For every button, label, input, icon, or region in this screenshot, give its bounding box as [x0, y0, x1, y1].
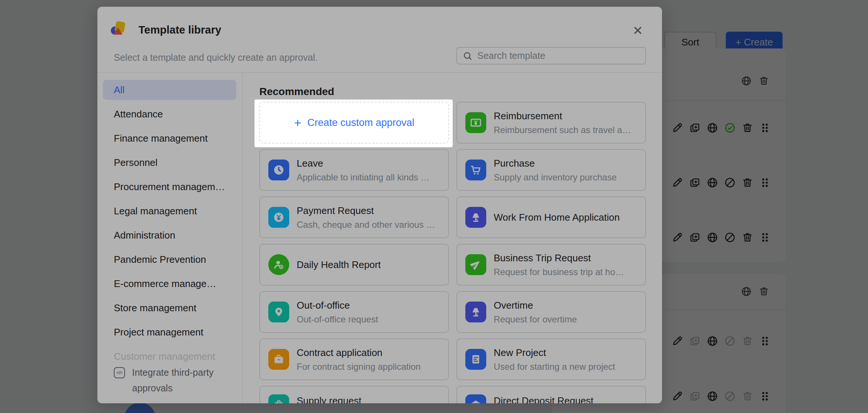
document-icon: [465, 349, 486, 370]
template-desc: Supply and inventory purchase: [494, 171, 617, 183]
sidebar-item-ecommerce[interactable]: E-commerce manage…: [103, 274, 236, 294]
template-desc: Cash, cheque and other various …: [297, 219, 435, 231]
close-icon[interactable]: ✕: [629, 22, 647, 40]
template-title: Business Trip Request: [494, 252, 624, 264]
template-desc: Request for business trip at ho…: [494, 266, 624, 278]
template-card-leave[interactable]: Leave Applicable to initiating all kinds…: [259, 149, 449, 191]
template-desc: Reimbursement such as travel a…: [494, 124, 631, 136]
template-title: Purchase: [494, 157, 617, 170]
template-desc: Out-of-office request: [297, 313, 378, 325]
person-check-icon: [268, 254, 289, 275]
template-desc: Request for overtime: [494, 313, 577, 325]
sidebar-divider: [242, 73, 243, 403]
bank-icon: [465, 394, 486, 403]
template-card-out-of-office[interactable]: Out-of-office Out-of-office request: [259, 291, 449, 333]
header-divider: [97, 72, 662, 73]
location-pin-icon: [268, 302, 289, 322]
template-card-reimbursement[interactable]: Reimbursement Reimbursement such as trav…: [456, 102, 646, 144]
template-title: Work From Home Application: [494, 211, 620, 224]
template-card-work-from-home[interactable]: Work From Home Application: [456, 196, 646, 238]
template-title: Reimbursement: [494, 110, 631, 122]
template-card-overtime[interactable]: Overtime Request for overtime: [456, 291, 646, 333]
sidebar-item-customer[interactable]: Customer management: [103, 346, 236, 366]
modal-title: Template library: [138, 24, 221, 36]
template-title: Leave: [297, 157, 430, 170]
yen-circle-icon: [268, 207, 289, 228]
cart-icon: [465, 160, 486, 180]
template-card-direct-deposit[interactable]: Direct Deposit Request: [456, 386, 646, 403]
search-box: [456, 47, 646, 64]
plus-icon: +: [294, 116, 302, 129]
sidebar-item-legal[interactable]: Legal management: [103, 201, 236, 221]
template-card-daily-health-report[interactable]: Daily Health Report: [259, 244, 449, 286]
approval-logo-icon: [111, 22, 128, 39]
template-card-contract[interactable]: Contract application For contract signin…: [259, 338, 449, 380]
template-title: Supply request: [297, 394, 361, 403]
sidebar-item-project[interactable]: Project management: [103, 322, 236, 342]
template-title: Direct Deposit Request: [494, 394, 593, 403]
sidebar-item-attendance[interactable]: Attendance: [103, 104, 236, 124]
template-desc: Applicable to initiating all kinds …: [297, 171, 430, 183]
template-grid: + Create custom approval Reimbursement R…: [259, 102, 646, 403]
sidebar-item-finance[interactable]: Finance management: [103, 128, 236, 148]
template-desc: Used for starting a new project: [494, 361, 615, 373]
create-custom-label: Create custom approval: [307, 117, 415, 129]
banknote-yen-icon: [465, 112, 486, 133]
search-input[interactable]: [457, 48, 645, 64]
template-title: Contract application: [297, 346, 421, 359]
sidebar-item-all[interactable]: All: [103, 80, 236, 100]
template-title: Overtime: [494, 299, 577, 312]
code-brackets-icon: </>: [114, 367, 125, 378]
modal-subtitle: Select a template and quickly create an …: [114, 52, 318, 63]
sidebar-item-personnel[interactable]: Personnel: [103, 152, 236, 173]
clock-icon: [268, 160, 289, 180]
template-title: Daily Health Report: [297, 258, 381, 271]
template-card-business-trip[interactable]: Business Trip Request Request for busine…: [456, 244, 646, 286]
lamp-icon: [465, 207, 486, 228]
sidebar-item-store[interactable]: Store management: [103, 298, 236, 318]
template-library-modal: Template library ✕ Select a template and…: [97, 7, 662, 403]
integrate-third-party-link[interactable]: </> Integrate third-party approvals: [114, 365, 232, 396]
sidebar-item-procurement[interactable]: Procurement managem…: [103, 177, 236, 197]
template-card-purchase[interactable]: Purchase Supply and inventory purchase: [456, 149, 646, 191]
section-title: Recommended: [259, 86, 334, 98]
category-sidebar: All Attendance Finance management Person…: [103, 80, 236, 371]
template-card-payment-request[interactable]: Payment Request Cash, cheque and other v…: [259, 196, 449, 238]
sidebar-item-pandemic[interactable]: Pandemic Prevention: [103, 249, 236, 269]
integrate-link-label: Integrate third-party approvals: [132, 365, 232, 396]
template-card-supply-request[interactable]: Supply request: [259, 386, 449, 403]
briefcase-icon: [268, 349, 289, 370]
template-title: Out-of-office: [297, 299, 378, 312]
briefcase-icon: [268, 394, 289, 403]
lamp-icon: [465, 302, 486, 322]
plane-icon: [465, 254, 486, 275]
sidebar-item-administration[interactable]: Administration: [103, 225, 236, 245]
create-custom-approval-button[interactable]: + Create custom approval: [259, 102, 449, 144]
screen: Sort + Create: [0, 0, 868, 413]
template-desc: For contract signing application: [297, 361, 421, 373]
template-title: New Project: [494, 346, 615, 359]
template-card-new-project[interactable]: New Project Used for starting a new proj…: [456, 338, 646, 380]
template-title: Payment Request: [297, 204, 435, 217]
